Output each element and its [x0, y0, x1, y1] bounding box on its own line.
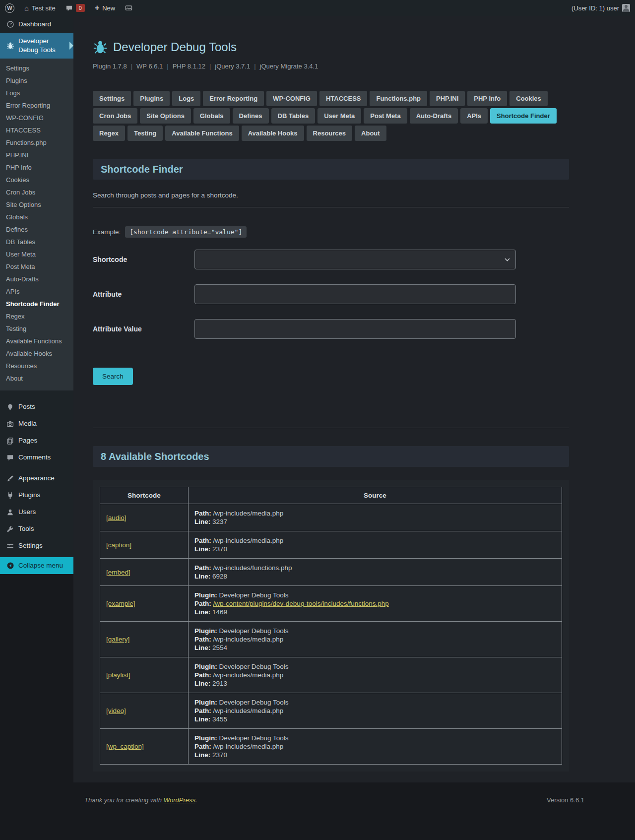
sidebar-subitem-regex[interactable]: Regex — [0, 310, 73, 323]
sidebar-item-settings[interactable]: Settings — [0, 537, 73, 554]
sidebar-subitem-resources[interactable]: Resources — [0, 360, 73, 372]
line-value: 2913 — [212, 680, 227, 687]
sidebar-subitem-apis[interactable]: APIs — [0, 285, 73, 298]
sidebar-label-posts: Posts — [18, 402, 35, 411]
sidebar-item-plugins[interactable]: Plugins — [0, 487, 73, 504]
path-label: Path: — [194, 510, 211, 517]
account-menu[interactable]: (User ID: 1) user — [567, 0, 635, 16]
tab-cron-jobs[interactable]: Cron Jobs — [93, 108, 137, 124]
site-name-link[interactable]: ⌂ Test site — [19, 0, 61, 16]
tab-cookies[interactable]: Cookies — [509, 91, 548, 106]
sidebar-subitem-php-ini[interactable]: PHP.INI — [0, 149, 73, 161]
search-button[interactable]: Search — [93, 368, 133, 385]
sidebar-subitem-logs[interactable]: Logs — [0, 87, 73, 99]
tab-htaccess[interactable]: HTACCESS — [319, 91, 368, 106]
shortcode-link-example[interactable]: [example] — [106, 600, 135, 607]
sidebar-item-tools[interactable]: Tools — [0, 520, 73, 537]
user-icon — [6, 509, 14, 516]
tab-site-options[interactable]: Site Options — [140, 108, 191, 124]
shortcode-field-label: Shortcode — [93, 256, 194, 263]
tab-about[interactable]: About — [355, 126, 386, 141]
sidebar-subitem-user-meta[interactable]: User Meta — [0, 248, 73, 260]
tab-post-meta[interactable]: Post Meta — [364, 108, 407, 124]
line-value: 2370 — [212, 545, 227, 553]
tab-user-meta[interactable]: User Meta — [318, 108, 361, 124]
screen-button[interactable] — [120, 0, 137, 16]
attribute-input[interactable] — [194, 284, 516, 304]
section-description: Search through posts and pages for a sho… — [93, 192, 635, 199]
sidebar-subitem-error-reporting[interactable]: Error Reporting — [0, 99, 73, 112]
sidebar-subitem-php-info[interactable]: PHP Info — [0, 161, 73, 174]
sidebar-item-posts[interactable]: Posts — [0, 398, 73, 415]
sidebar-item-appearance[interactable]: Appearance — [0, 470, 73, 487]
path-link[interactable]: /wp-content/plugins/dev-debug-tools/incl… — [213, 600, 389, 607]
tab-settings[interactable]: Settings — [93, 91, 131, 106]
sidebar-subitem-defines[interactable]: Defines — [0, 223, 73, 236]
tab-php-info[interactable]: PHP Info — [467, 91, 507, 106]
home-icon: ⌂ — [24, 4, 29, 12]
tab-php-ini[interactable]: PHP.INI — [430, 91, 465, 106]
sidebar-subitem-htaccess[interactable]: HTACCESS — [0, 124, 73, 136]
tab-apis[interactable]: APIs — [460, 108, 488, 124]
shortcode-link-playlist[interactable]: [playlist] — [106, 671, 130, 679]
path-value: /wp-includes/media.php — [213, 636, 284, 643]
tab-shortcode-finder[interactable]: Shortcode Finder — [490, 108, 557, 124]
wordpress-link[interactable]: WordPress — [164, 796, 195, 804]
sidebar-subitem-about[interactable]: About — [0, 372, 73, 385]
shortcode-link-gallery[interactable]: [gallery] — [106, 636, 129, 643]
sidebar-subitem-post-meta[interactable]: Post Meta — [0, 260, 73, 273]
sidebar-subitem-available-functions[interactable]: Available Functions — [0, 335, 73, 347]
tab-available-hooks[interactable]: Available Hooks — [242, 126, 304, 141]
shortcode-link-video[interactable]: [video] — [106, 707, 126, 714]
tab-error-reporting[interactable]: Error Reporting — [203, 91, 264, 106]
sidebar-item-pages[interactable]: Pages — [0, 432, 73, 449]
sidebar-subitem-wp-config[interactable]: WP-CONFIG — [0, 112, 73, 124]
sidebar-subitem-cookies[interactable]: Cookies — [0, 174, 73, 186]
sidebar-subitem-cron-jobs[interactable]: Cron Jobs — [0, 186, 73, 198]
sidebar-subitem-testing[interactable]: Testing — [0, 323, 73, 335]
sidebar-label-developer-debug-tools: Developer Debug Tools — [18, 37, 69, 55]
tab-resources[interactable]: Resources — [307, 126, 352, 141]
attribute-value-input[interactable] — [194, 319, 516, 339]
wordpress-menu[interactable]: W — [0, 0, 19, 16]
shortcode-link-embed[interactable]: [embed] — [106, 569, 130, 576]
sidebar-subitem-available-hooks[interactable]: Available Hooks — [0, 347, 73, 360]
tab-functions-php[interactable]: Functions.php — [370, 91, 427, 106]
tab-defines[interactable]: Defines — [233, 108, 269, 124]
tab-regex[interactable]: Regex — [93, 126, 125, 141]
sidebar-subitem-plugins[interactable]: Plugins — [0, 74, 73, 87]
collapse-menu-button[interactable]: Collapse menu — [0, 557, 73, 574]
example-label: Example: — [93, 228, 121, 236]
tab-testing[interactable]: Testing — [127, 126, 163, 141]
sidebar-item-comments[interactable]: Comments — [0, 449, 73, 466]
sidebar-item-users[interactable]: Users — [0, 504, 73, 520]
shortcode-link-wp-caption[interactable]: [wp_caption] — [106, 743, 144, 750]
shortcode-select[interactable] — [194, 250, 516, 269]
sidebar-item-media[interactable]: Media — [0, 415, 73, 432]
plugin-label: Plugin: — [194, 591, 217, 599]
sidebar-item-dashboard[interactable]: Dashboard — [0, 16, 73, 33]
tab-db-tables[interactable]: DB Tables — [271, 108, 316, 124]
comments-link[interactable]: 0 — [61, 0, 90, 16]
shortcode-link-caption[interactable]: [caption] — [106, 541, 131, 549]
sidebar-subitem-globals[interactable]: Globals — [0, 211, 73, 223]
sidebar-subitem-db-tables[interactable]: DB Tables — [0, 236, 73, 248]
sidebar-subitem-functions-php[interactable]: Functions.php — [0, 136, 73, 149]
sidebar-subitem-shortcode-finder[interactable]: Shortcode Finder — [0, 298, 73, 310]
tab-auto-drafts[interactable]: Auto-Drafts — [410, 108, 458, 124]
sidebar-item-developer-debug-tools[interactable]: Developer Debug Tools — [0, 33, 73, 59]
sidebar-subitem-site-options[interactable]: Site Options — [0, 198, 73, 211]
line-value: 6928 — [212, 573, 227, 580]
tab-available-functions[interactable]: Available Functions — [165, 126, 239, 141]
new-content-button[interactable]: + New — [90, 0, 120, 16]
tab-plugins[interactable]: Plugins — [133, 91, 170, 106]
shortcode-link-audio[interactable]: [audio] — [106, 514, 127, 521]
screen-icon — [125, 4, 132, 12]
dashboard-icon — [6, 20, 14, 28]
tab-logs[interactable]: Logs — [172, 91, 200, 106]
sidebar-subitem-settings[interactable]: Settings — [0, 62, 73, 74]
tab-wp-config[interactable]: WP-CONFIG — [266, 91, 317, 106]
tab-globals[interactable]: Globals — [193, 108, 230, 124]
sidebar-subitem-auto-drafts[interactable]: Auto-Drafts — [0, 273, 73, 285]
line-label: Line: — [194, 545, 210, 553]
